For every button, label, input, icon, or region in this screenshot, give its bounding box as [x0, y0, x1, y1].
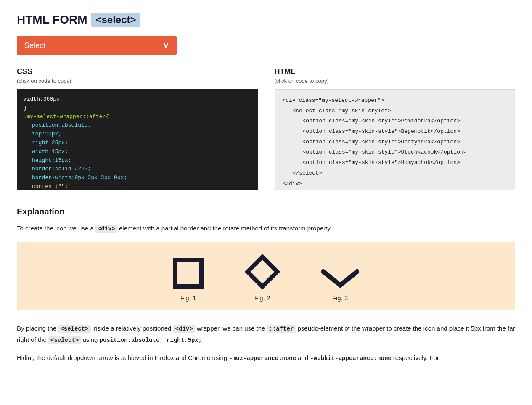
- fig1-square-shape: [173, 258, 204, 289]
- bottom-para2: Hiding the default dropdown arrow is ach…: [17, 352, 515, 364]
- html-line-5: <option class="my-skin-style">Obezyanka<…: [283, 137, 508, 148]
- figure-2: Fig. 2: [246, 255, 279, 302]
- fig2-caption: Fig. 2: [254, 294, 270, 302]
- chevron-down-icon: ∨: [163, 40, 169, 50]
- css-label: CSS: [17, 67, 258, 76]
- select-demo-label: Select: [24, 41, 45, 50]
- bottom-p2-text1: Hiding the default dropdown arrow is ach…: [17, 354, 229, 361]
- html-line-2: <select class="my-skin-style">: [283, 106, 508, 116]
- explanation-text-after: element with a partial border and the ro…: [117, 225, 332, 232]
- title-main-text: HTML FORM: [17, 13, 87, 26]
- html-code-block[interactable]: <div class="my-select-wrapper"> <select …: [275, 89, 516, 190]
- bottom-p2-tag2: -webkit-appearance:none: [310, 355, 391, 362]
- bottom-p1-tag3: ::after: [267, 325, 296, 333]
- page-title: HTML FORM <select>: [17, 13, 515, 27]
- code-columns: CSS (click on code to copy) width:360px;…: [17, 67, 515, 190]
- bottom-p2-tag1: -moz-apperance:none: [229, 355, 296, 362]
- bottom-p1-tag2: <div>: [173, 325, 195, 333]
- bottom-p1-tag1: <select>: [58, 325, 90, 333]
- fig1-caption: Fig. 1: [180, 294, 196, 302]
- explanation-para1: To create the icon we use a <div> elemen…: [17, 223, 515, 233]
- bottom-p1-text3: wrapper, we can use the: [195, 325, 267, 332]
- html-column: HTML (click on code to copy) <div class=…: [275, 67, 516, 190]
- fig2-diamond-shape: [244, 254, 280, 290]
- select-demo-button[interactable]: Select ∨: [17, 36, 177, 55]
- figure-1: Fig. 1: [173, 258, 204, 302]
- explanation-section: Explanation To create the icon we use a …: [17, 207, 515, 364]
- bottom-p1-code: position:absolute; right:5px;: [99, 337, 202, 344]
- title-tag-badge: <select>: [91, 13, 140, 27]
- html-line-8: </select>: [283, 168, 508, 179]
- bottom-p1-tag4: <select>: [48, 336, 81, 344]
- html-label: HTML: [275, 67, 516, 76]
- bottom-p1-text2: inside a relatively positioned: [91, 325, 173, 332]
- html-line-6: <option class="my-skin-style">Utochkacho…: [283, 147, 508, 158]
- html-line-4: <option class="my-skin-style">Begemotik<…: [283, 127, 508, 137]
- css-column: CSS (click on code to copy) width:360px;…: [17, 67, 258, 190]
- figures-container: Fig. 1 Fig. 2 Fig. 3: [17, 242, 515, 310]
- fig3-caption: Fig. 3: [332, 294, 348, 302]
- explanation-div-tag: <div>: [95, 225, 117, 233]
- html-line-1: <div class="my-select-wrapper">: [283, 95, 508, 106]
- bottom-p2-text2: and: [296, 354, 310, 361]
- bottom-p2-text3: respectively. For: [392, 354, 439, 361]
- explanation-title: Explanation: [17, 207, 515, 217]
- figure-3: Fig. 3: [321, 263, 359, 302]
- explanation-text-before: To create the icon we use a: [17, 225, 95, 232]
- bottom-para1: By placing the <select> inside a relativ…: [17, 323, 515, 346]
- html-line-9: </div>: [283, 179, 508, 189]
- bottom-p1-text5: using: [81, 336, 99, 343]
- fig3-chevron-shape: [321, 263, 359, 289]
- css-sublabel: (click on code to copy): [17, 78, 258, 84]
- bottom-p1-text1: By placing the: [17, 325, 58, 332]
- html-line-7: <option class="my-skin-style">Homyachok<…: [283, 158, 508, 168]
- html-line-3: <option class="my-skin-style">Pomidorka<…: [283, 116, 508, 127]
- html-sublabel: (click on code to copy): [275, 78, 516, 84]
- css-code-block[interactable]: width:360px; } .my-select-wrapper::after…: [17, 89, 258, 190]
